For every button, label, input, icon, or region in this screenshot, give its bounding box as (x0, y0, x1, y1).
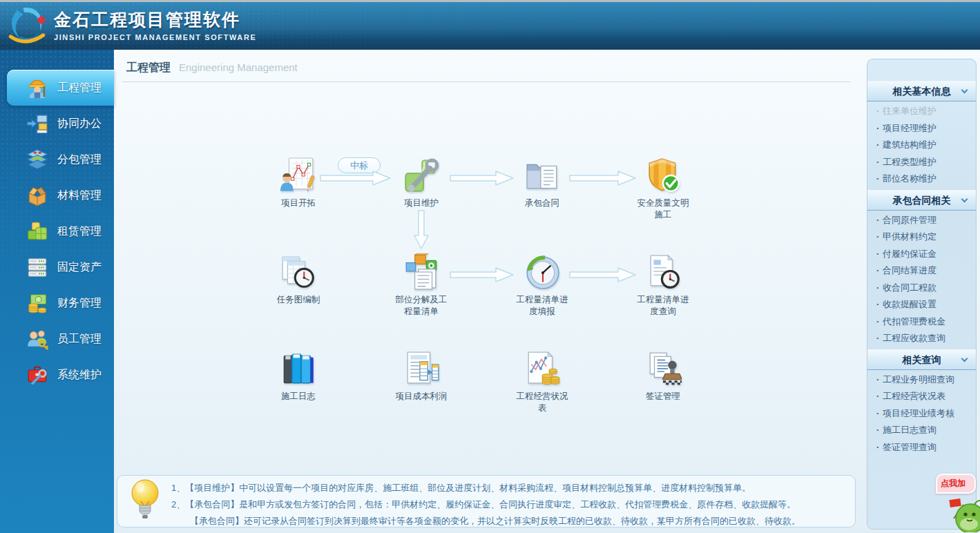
flow-node-label: 工程量清单进度查询 (634, 294, 692, 318)
section-title: 相关基本信息 (893, 86, 951, 97)
chevron-down-icon (961, 195, 968, 202)
link-item[interactable]: 付履约保证金 (867, 246, 976, 263)
collaboration-icon (26, 113, 48, 135)
main-content: 工程管理 Engineering Management (114, 50, 980, 533)
app-title: 金石工程项目管理软件 (54, 8, 256, 31)
link-item[interactable]: 项目经理维护 (867, 120, 976, 137)
flow-node-progress-query[interactable]: 工程量清单进度查询 (615, 253, 711, 318)
flow-node-part-decompose[interactable]: 部位分解及工程量清单 (373, 253, 470, 318)
assets-server-icon (26, 256, 48, 278)
assistant-mascot[interactable]: 点我加 (934, 474, 980, 533)
system-toolbox-icon (26, 364, 48, 386)
related-links-panel: 相关基本信息 往来单位维护 项目经理维护 建筑结构维护 工程类型维护 部位名称维… (867, 59, 977, 530)
tips-text: 1、【项目维护】中可以设置每一个项目的对应库房、施工班组、部位及进度计划、材料采… (171, 476, 855, 530)
shield-check-icon (644, 157, 682, 194)
sidebar-item-material[interactable]: 材料管理 (0, 177, 114, 213)
mascot-bubble[interactable]: 点我加 (936, 474, 976, 494)
page-title-zh: 工程管理 (126, 61, 171, 75)
sidebar-item-subcontract[interactable]: 分包管理 (0, 142, 114, 177)
flow-node-label: 项目维护 (392, 197, 450, 209)
sidebar-item-fixed-assets[interactable]: 固定资产 (0, 249, 114, 285)
link-item[interactable]: 合同原件管理 (867, 212, 976, 229)
material-box-icon (26, 184, 48, 206)
person-chart-icon (280, 157, 317, 194)
link-item[interactable]: 项目经理业绩考核 (867, 405, 976, 423)
sidebar-item-lease[interactable]: 租赁管理 (0, 213, 114, 249)
flow-node-label: 项目开拓 (269, 197, 327, 209)
sidebar-item-label: 固定资产 (57, 260, 102, 275)
tips-panel: 1、【项目维护】中可以设置每一个项目的对应库房、施工班组、部位及进度计划、材料采… (117, 475, 856, 527)
flow-node-label: 部位分解及工程量清单 (392, 294, 450, 318)
title-divider (122, 81, 850, 82)
link-item[interactable]: 工程经营状况表 (867, 388, 976, 405)
sidebar-item-label: 系统维护 (57, 368, 102, 382)
flow-node-label: 安全质量文明施工 (634, 197, 692, 221)
app-header: 金石工程项目管理软件 JINSHI PROJECT MANAGEMENT SOF… (0, 2, 980, 50)
sidebar-item-finance[interactable]: 财务管理 (0, 285, 114, 321)
link-item[interactable]: 合同结算进度 (867, 262, 976, 280)
link-item[interactable]: 代扣管理费税金 (867, 313, 976, 331)
app-window: 金石工程项目管理软件 JINSHI PROJECT MANAGEMENT SOF… (0, 0, 980, 533)
link-item[interactable]: 工程应收款查询 (867, 330, 976, 347)
flow-node-progress-fill[interactable]: 工程量清单进度填报 (494, 253, 590, 318)
link-item[interactable]: 收款提醒设置 (867, 296, 976, 313)
chevron-down-icon (961, 87, 968, 94)
section-header-query[interactable]: 相关查询 (867, 349, 976, 370)
flow-node-label: 项目成本利润 (392, 391, 450, 403)
flow-node-label: 签证管理 (634, 391, 692, 403)
sidebar-item-label: 工程管理 (57, 81, 102, 95)
link-item[interactable]: 工程类型维护 (867, 154, 976, 171)
flow-node-visa-manage[interactable]: 签证管理 (615, 350, 711, 403)
sidebar-item-label: 财务管理 (57, 296, 102, 311)
sidebar-item-label: 协同办公 (57, 117, 102, 131)
page-title: 工程管理 Engineering Management (114, 50, 980, 75)
sidebar-item-label: 员工管理 (57, 332, 102, 347)
flow-node-task-chart[interactable]: 任务图编制 (250, 253, 347, 306)
sheet-clock-icon (280, 253, 317, 291)
sidebar-item-label: 分包管理 (57, 153, 102, 167)
page-title-en: Engineering Management (179, 61, 298, 73)
link-item[interactable]: 往来单位维护 (867, 103, 976, 120)
flow-node-construction-log[interactable]: 施工日志 (250, 350, 347, 403)
section-links: 工程业务明细查询 工程经营状况表 项目经理业绩考核 施工日志查询 签证管理查询 (867, 370, 976, 458)
lease-blocks-icon (26, 220, 48, 242)
flow-node-cost-profit[interactable]: 项目成本利润 (373, 350, 470, 403)
sidebar-item-label: 租赁管理 (57, 224, 102, 239)
mascot-character-icon (944, 494, 980, 532)
sidebar-item-label: 材料管理 (57, 188, 102, 203)
flow-node-safety-quality[interactable]: 安全质量文明施工 (615, 157, 711, 221)
section-header-contract[interactable]: 承包合同相关 (867, 190, 976, 211)
finance-money-icon (26, 292, 48, 314)
section-title: 相关查询 (903, 354, 941, 365)
sidebar-item-employee[interactable]: 员工管理 (0, 321, 114, 357)
flow-node-operation-status[interactable]: 工程经营状况表 (494, 350, 590, 414)
sidebar-item-system[interactable]: 系统维护 (0, 357, 114, 393)
link-item[interactable]: 部位名称维护 (867, 171, 976, 188)
cubes-papers-icon (403, 253, 440, 291)
flow-node-label: 工程经营状况表 (513, 391, 571, 414)
section-links: 合同原件管理 甲供材料约定 付履约保证金 合同结算进度 收合同工程款 收款提醒设… (867, 211, 976, 349)
section-title: 承包合同相关 (893, 195, 951, 206)
folder-document-icon (523, 157, 561, 194)
mascot-bubble-text: 点我加 (941, 478, 965, 488)
blocks-wrench-icon (403, 157, 440, 194)
chart-coins-icon (523, 350, 561, 387)
arrow-down-icon (412, 209, 430, 251)
tip-line: 【承包合同】还可记录从合同签订到决算到最终审计等各项金额的变化，并以之计算实时反… (171, 513, 855, 530)
tip-line: 1、【项目维护】中可以设置每一个项目的对应库房、施工班组、部位及进度计划、材料采… (171, 480, 855, 496)
link-item[interactable]: 建筑结构维护 (867, 137, 976, 154)
brand-text: 金石工程项目管理软件 JINSHI PROJECT MANAGEMENT SOF… (54, 8, 256, 41)
sidebar-item-office[interactable]: 协同办公 (0, 106, 114, 142)
link-item[interactable]: 甲供材料约定 (867, 229, 976, 246)
sidebar-item-engineering[interactable]: 工程管理 (7, 70, 114, 106)
link-item[interactable]: 工程业务明细查询 (867, 371, 976, 389)
layers-icon (26, 148, 48, 171)
tip-line: 2、【承包合同】是和甲方或发包方签订的合同，包括：甲供材约定、履约保证金、合同执… (171, 496, 855, 513)
link-item[interactable]: 签证管理查询 (867, 439, 976, 456)
section-header-basic-info[interactable]: 相关基本信息 (867, 81, 976, 101)
worker-icon (26, 77, 48, 99)
link-item[interactable]: 施工日志查询 (867, 422, 976, 439)
app-subtitle: JINSHI PROJECT MANAGEMENT SOFTWARE (54, 33, 256, 41)
window-top-divider (0, 0, 980, 2)
link-item[interactable]: 收合同工程款 (867, 280, 976, 297)
